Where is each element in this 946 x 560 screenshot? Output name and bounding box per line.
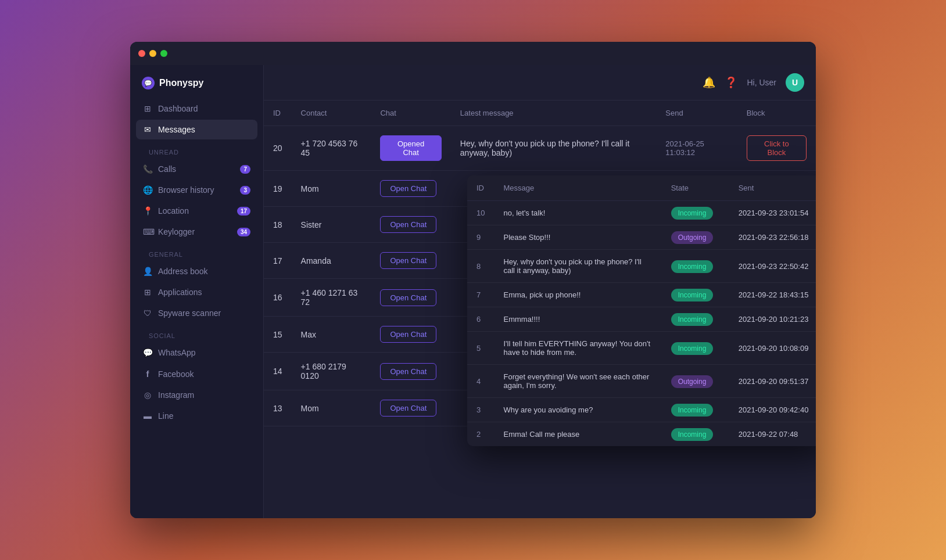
sidebar-item-instagram[interactable]: ◎ Instagram xyxy=(136,385,257,405)
col-id: ID xyxy=(264,100,292,126)
state-badge: Incoming xyxy=(671,428,714,441)
popup-row-state: Incoming xyxy=(662,250,729,283)
row-contact: Max xyxy=(292,317,371,353)
sidebar-item-label: Calls xyxy=(158,164,176,174)
spyware-icon: 🛡 xyxy=(143,308,152,318)
maximize-button[interactable] xyxy=(160,50,167,57)
popup-row-message: Hey, why don't you pick up the phone? I'… xyxy=(494,250,661,283)
sidebar-item-label: Messages xyxy=(158,125,195,134)
close-button[interactable] xyxy=(138,50,145,57)
sidebar-item-spyware-scanner[interactable]: 🛡 Spyware scanner xyxy=(136,303,257,323)
open-chat-button[interactable]: Open Chat xyxy=(380,252,436,269)
popup-row-state: Outgoing xyxy=(662,365,729,398)
messages-icon: ✉ xyxy=(143,125,152,134)
row-contact: Sister xyxy=(292,207,371,243)
row-chat: Open Chat xyxy=(371,171,450,207)
popup-row-id: 5 xyxy=(467,332,494,365)
open-chat-button[interactable]: Open Chat xyxy=(380,363,436,380)
dashboard-icon: ⊞ xyxy=(143,104,152,113)
sidebar-item-label: Instagram xyxy=(158,390,194,400)
sidebar-item-messages[interactable]: ✉ Messages xyxy=(136,120,257,139)
popup-row: 5I'll tell him EVERYTHING anyway! You do… xyxy=(467,332,816,365)
popup-row-sent: 2021-09-23 22:50:42 xyxy=(729,250,816,283)
state-badge: Incoming xyxy=(671,342,714,355)
row-chat: Open Chat xyxy=(371,390,450,426)
popup-row-state: Incoming xyxy=(662,307,729,332)
popup-row-state: Incoming xyxy=(662,332,729,365)
sidebar-logo: 💬 Phonyspy xyxy=(130,65,263,99)
popup-row: 8Hey, why don't you pick up the phone? I… xyxy=(467,250,816,283)
minimize-button[interactable] xyxy=(149,50,156,57)
popup-row: 9Please Stop!!!Outgoing2021-09-23 22:56:… xyxy=(467,225,816,250)
open-chat-button[interactable]: Open Chat xyxy=(380,180,436,197)
popup-row: 3Why are you avoiding me?Incoming2021-09… xyxy=(467,398,816,422)
sidebar-item-applications[interactable]: ⊞ Applications xyxy=(136,282,257,302)
state-badge: Incoming xyxy=(671,289,714,301)
open-chat-button[interactable]: Open Chat xyxy=(380,400,436,417)
sidebar-item-keylogger[interactable]: ⌨ Keylogger 34 xyxy=(136,222,257,242)
state-badge: Outgoing xyxy=(671,231,714,244)
section-general: GENERAL xyxy=(136,243,257,261)
popup-row-id: 4 xyxy=(467,365,494,398)
state-badge: Incoming xyxy=(671,313,714,326)
sidebar-item-whatsapp[interactable]: 💬 WhatsApp xyxy=(136,343,257,362)
sidebar-item-browser-history[interactable]: 🌐 Browser history 3 xyxy=(136,180,257,200)
block-button[interactable]: Click to Block xyxy=(747,135,807,161)
calls-icon: 📞 xyxy=(143,164,152,174)
popup-row-message: Why are you avoiding me? xyxy=(494,398,661,422)
app-window: 💬 Phonyspy ⊞ Dashboard ✉ Messages UNREAD… xyxy=(130,42,816,518)
state-badge: Incoming xyxy=(671,260,714,273)
sidebar-item-facebook[interactable]: f Facebook xyxy=(136,364,257,384)
popup-row-sent: 2021-09-20 09:42:40 xyxy=(729,398,816,422)
location-icon: 📍 xyxy=(143,206,152,216)
state-badge: Incoming xyxy=(671,404,714,417)
sidebar-item-calls[interactable]: 📞 Calls 7 xyxy=(136,159,257,179)
row-contact: Mom xyxy=(292,390,371,426)
popup-row-message: Forget everything! We won't see each oth… xyxy=(494,365,661,398)
open-chat-button[interactable]: Open Chat xyxy=(380,216,436,233)
col-contact: Contact xyxy=(292,100,371,126)
applications-icon: ⊞ xyxy=(143,288,152,297)
sidebar-item-dashboard[interactable]: ⊞ Dashboard xyxy=(136,99,257,119)
avatar[interactable]: U xyxy=(786,73,804,92)
open-chat-button[interactable]: Open Chat xyxy=(380,289,436,306)
row-chat: Opened Chat xyxy=(371,126,450,171)
popup-row-message: Please Stop!!! xyxy=(494,225,661,250)
row-chat: Open Chat xyxy=(371,317,450,353)
sidebar-item-label: Facebook xyxy=(158,369,193,379)
sidebar-item-line[interactable]: ▬ Line xyxy=(136,406,257,426)
sidebar-item-address-book[interactable]: 👤 Address book xyxy=(136,261,257,281)
row-id: 16 xyxy=(264,279,292,317)
keylogger-icon: ⌨ xyxy=(143,227,152,236)
calls-badge: 7 xyxy=(240,165,250,174)
row-contact: +1 680 2179 0120 xyxy=(292,353,371,390)
row-contact: +1 460 1271 63 72 xyxy=(292,279,371,317)
popup-row-message: I'll tell him EVERYTHING anyway! You don… xyxy=(494,332,661,365)
popup-row-message: Emma! Call me please xyxy=(494,422,661,447)
popup-row-message: Emmma!!!! xyxy=(494,307,661,332)
app-body: 💬 Phonyspy ⊞ Dashboard ✉ Messages UNREAD… xyxy=(130,65,816,518)
popup-row-id: 10 xyxy=(467,201,494,225)
open-chat-button[interactable]: Open Chat xyxy=(380,326,436,343)
popup-row-sent: 2021-09-22 18:43:15 xyxy=(729,283,816,307)
opened-chat-button[interactable]: Opened Chat xyxy=(380,135,441,161)
popup-row-id: 9 xyxy=(467,225,494,250)
popup-col-state: State xyxy=(662,175,729,201)
browser-icon: 🌐 xyxy=(143,185,152,195)
popup-row-sent: 2021-09-22 07:48 xyxy=(729,422,816,447)
sidebar-item-location[interactable]: 📍 Location 17 xyxy=(136,201,257,221)
popup-col-id: ID xyxy=(467,175,494,201)
sidebar-item-label: Location xyxy=(158,206,189,216)
help-icon[interactable]: ❓ xyxy=(725,76,737,89)
popup-row-id: 2 xyxy=(467,422,494,447)
row-id: 18 xyxy=(264,207,292,243)
notification-icon[interactable]: 🔔 xyxy=(703,76,715,89)
popup-col-message: Message xyxy=(494,175,661,201)
line-icon: ▬ xyxy=(143,411,152,421)
address-book-icon: 👤 xyxy=(143,267,152,276)
state-badge: Incoming xyxy=(671,207,714,220)
col-chat: Chat xyxy=(371,100,450,126)
row-chat: Open Chat xyxy=(371,243,450,279)
row-contact: +1 720 4563 76 45 xyxy=(292,126,371,171)
row-chat: Open Chat xyxy=(371,353,450,390)
